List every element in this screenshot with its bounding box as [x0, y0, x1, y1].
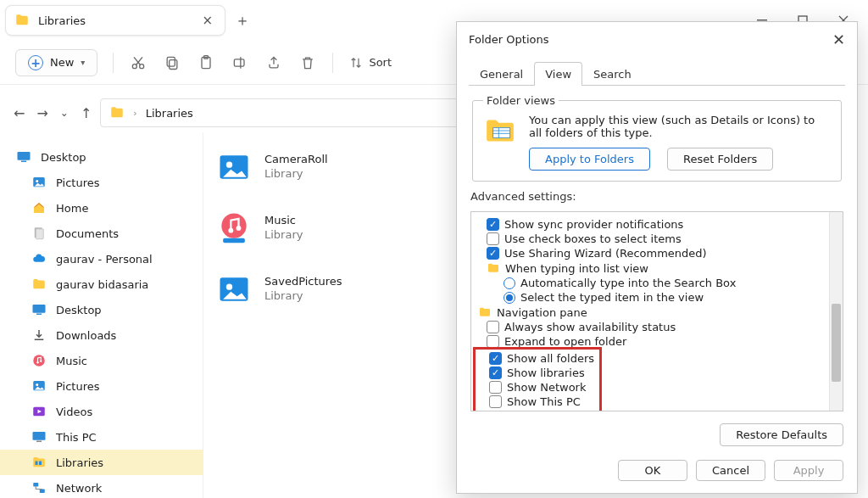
sidebar-item-label: Downloads [56, 329, 116, 342]
share-icon[interactable] [264, 53, 283, 72]
back-button[interactable]: ← [14, 105, 25, 121]
svg-rect-27 [33, 483, 38, 487]
setting-show-this-pc[interactable]: Show This PC [481, 394, 594, 409]
scrollbar-thumb[interactable] [832, 304, 841, 382]
paste-icon[interactable] [197, 53, 215, 72]
folder-options-dialog: Folder Options ✕ General View Search Fol… [456, 21, 858, 494]
scrollbar[interactable] [829, 212, 843, 411]
cancel-button[interactable]: Cancel [696, 460, 765, 481]
window-tab[interactable]: Libraries × [5, 5, 225, 36]
sidebar-item-documents[interactable]: Documents [0, 221, 203, 246]
sidebar-item-desktop-root[interactable]: Desktop [0, 144, 203, 170]
setting-use-checkboxes[interactable]: Use check boxes to select items [478, 232, 822, 246]
setting-typing-auto[interactable]: Automatically type into the Search Box [478, 276, 822, 290]
sidebar-item-music[interactable]: Music [0, 348, 203, 373]
chevron-down-icon: ▾ [81, 58, 85, 67]
setting-show-libraries[interactable]: ✓Show libraries [481, 366, 594, 380]
setting-sharing-wizard[interactable]: ✓Use Sharing Wizard (Recommended) [478, 246, 822, 260]
up-button[interactable]: ↑ [81, 105, 92, 121]
item-type: Library [264, 167, 328, 180]
item-type: Library [264, 228, 303, 241]
copy-icon[interactable] [163, 53, 181, 72]
sidebar-item-onedrive[interactable]: gaurav - Personal [0, 246, 203, 271]
setting-group-typing: When typing into list view [478, 260, 822, 276]
sidebar-item-label: Home [56, 202, 88, 215]
sidebar-item-label: Documents [56, 227, 119, 240]
rename-icon[interactable] [231, 53, 249, 72]
setting-show-all-folders[interactable]: ✓Show all folders [481, 351, 594, 366]
setting-show-network[interactable]: Show Network [481, 380, 594, 394]
advanced-settings-list: ✓Show sync provider notifications Use ch… [470, 211, 843, 411]
sidebar-item-home[interactable]: Home [0, 195, 203, 221]
svg-rect-15 [33, 305, 46, 313]
radio-icon [504, 292, 515, 304]
item-type: Library [264, 289, 342, 302]
item-name: SavedPictures [264, 275, 342, 288]
ok-button[interactable]: OK [618, 460, 687, 481]
radio-icon [504, 277, 515, 289]
checkbox-icon: ✓ [489, 367, 502, 379]
tab-search[interactable]: Search [582, 62, 643, 86]
network-icon [31, 479, 47, 496]
svg-point-39 [226, 284, 232, 290]
svg-rect-25 [36, 462, 38, 466]
tab-general[interactable]: General [469, 62, 534, 86]
setting-group-navigation: Navigation pane [478, 305, 822, 320]
sidebar-item-pictures-2[interactable]: Pictures [0, 373, 203, 399]
svg-point-33 [226, 162, 232, 168]
close-dialog-button[interactable]: ✕ [832, 31, 845, 48]
folder-icon [109, 105, 125, 120]
pictures-library-icon [215, 270, 253, 307]
checkbox-icon [489, 381, 502, 394]
sidebar-item-label: Pictures [56, 380, 99, 393]
folder-icon [478, 305, 492, 319]
tab-label: View [545, 68, 571, 81]
sort-label: Sort [369, 56, 392, 69]
cut-icon[interactable] [129, 53, 147, 72]
tab-view[interactable]: View [534, 62, 582, 86]
sort-button[interactable]: Sort [348, 55, 392, 70]
recent-chevron-icon[interactable]: ⌄ [60, 107, 69, 119]
svg-rect-26 [39, 462, 42, 466]
dialog-body: Folder views You can apply this view (su… [457, 86, 857, 451]
svg-rect-37 [223, 238, 245, 243]
forward-button[interactable]: → [36, 105, 47, 121]
sidebar-item-videos[interactable]: Videos [0, 399, 203, 424]
documents-icon [31, 225, 47, 242]
setting-typing-select[interactable]: Select the typed item in the view [478, 290, 822, 305]
dialog-footer: OK Cancel Apply [457, 451, 857, 493]
plus-icon: + [28, 55, 43, 70]
dialog-title: Folder Options [469, 33, 548, 46]
close-tab-icon[interactable]: × [202, 13, 213, 28]
reset-folders-button[interactable]: Reset Folders [667, 148, 773, 171]
address-path: Libraries [146, 107, 193, 120]
svg-point-35 [228, 228, 233, 233]
setting-availability[interactable]: Always show availability status [478, 320, 822, 334]
folder-views-desc: You can apply this view (such as Details… [529, 114, 815, 139]
sidebar-item-downloads[interactable]: Downloads [0, 322, 203, 348]
setting-sync-notifications[interactable]: ✓Show sync provider notifications [478, 217, 822, 232]
new-button[interactable]: + New ▾ [15, 49, 97, 76]
sidebar-item-libraries[interactable]: Libraries [0, 450, 203, 475]
restore-defaults-button[interactable]: Restore Defaults [720, 423, 843, 446]
advanced-settings-scroll[interactable]: ✓Show sync provider notifications Use ch… [471, 212, 829, 411]
sidebar-item-desktop[interactable]: Desktop [0, 297, 203, 322]
sidebar-item-label: Network [56, 482, 102, 495]
svg-rect-28 [40, 490, 45, 494]
sidebar-item-label: Music [56, 355, 87, 367]
tab-title: Libraries [38, 14, 86, 27]
this-pc-icon [31, 428, 47, 445]
tab-label: Search [593, 68, 632, 81]
sidebar-item-pictures[interactable]: Pictures [0, 170, 203, 195]
sidebar-item-userfolder[interactable]: gaurav bidasaria [0, 271, 203, 297]
apply-button[interactable]: Apply [774, 460, 843, 481]
music-library-icon [215, 209, 253, 246]
dialog-tabs: General View Search [469, 62, 845, 86]
folder-views-legend: Folder views [483, 94, 559, 107]
delete-icon[interactable] [298, 53, 317, 72]
apply-to-folders-button[interactable]: Apply to Folders [529, 148, 650, 171]
sidebar-item-this-pc[interactable]: This PC [0, 424, 203, 450]
sidebar-item-network[interactable]: Network [0, 475, 203, 498]
checkbox-icon [487, 232, 499, 245]
new-tab-button[interactable]: ＋ [231, 8, 254, 32]
